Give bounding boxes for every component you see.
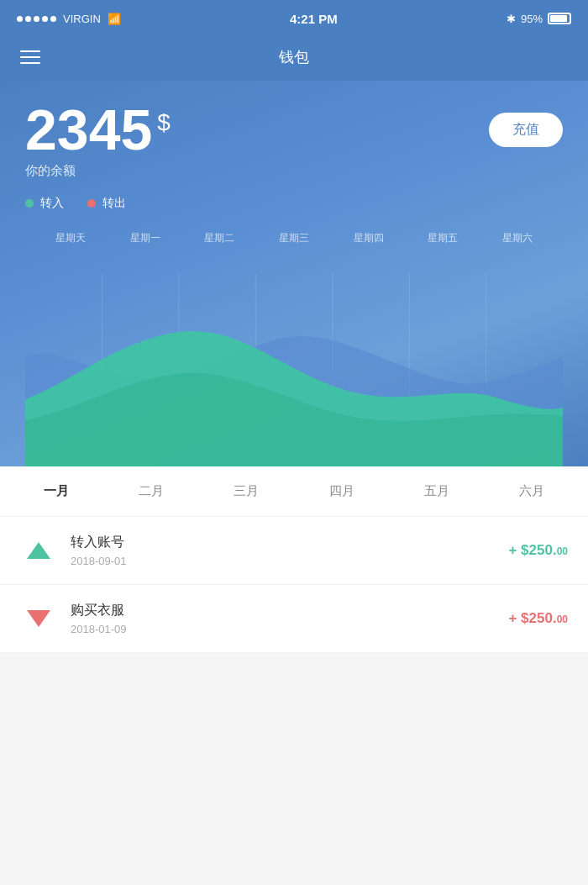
tx-down-arrow-icon (27, 610, 50, 627)
battery-bar (548, 13, 571, 24)
tx-amount-1: + $250.00 (508, 610, 568, 627)
signal-dots (17, 16, 56, 22)
tx-amount-0: + $250.00 (508, 542, 568, 559)
wifi-icon: 📶 (108, 13, 121, 25)
legend-out: 转出 (87, 196, 126, 211)
status-left: VIRGIN 📶 (17, 13, 121, 25)
tx-date-1: 2018-01-09 (71, 623, 508, 635)
chart-day-4: 星期四 (354, 231, 384, 245)
transaction-item-1[interactable]: 购买衣服 2018-01-09 + $250.00 (0, 585, 588, 653)
tx-icon-in (20, 532, 57, 569)
balance-row: 2345 $ 充值 (25, 101, 563, 158)
tx-info-1: 购买衣服 2018-01-09 (71, 602, 508, 635)
app-header: 钱包 (0, 37, 588, 81)
hero-section: 2345 $ 充值 你的余额 转入 转出 星期天 星期一 星期二 星期三 星期四… (0, 81, 588, 466)
transaction-item-0[interactable]: 转入账号 2018-09-01 + $250.00 (0, 517, 588, 585)
month-tab-3[interactable]: 四月 (321, 480, 363, 503)
chart-svg-wrap (25, 273, 563, 466)
legend-in: 转入 (25, 196, 64, 211)
month-tab-4[interactable]: 五月 (416, 480, 458, 503)
tx-icon-out (20, 600, 57, 637)
chart-svg (25, 273, 563, 466)
menu-line-1 (20, 50, 40, 52)
chart-days: 星期天 星期一 星期二 星期三 星期四 星期五 星期六 (25, 231, 563, 245)
chart-day-2: 星期二 (204, 231, 234, 245)
tx-title-1: 购买衣服 (71, 602, 508, 619)
bluetooth-icon: ✱ (507, 13, 516, 25)
month-tab-0[interactable]: 一月 (35, 480, 77, 503)
recharge-button[interactable]: 充值 (489, 113, 563, 147)
chart-day-6: 星期六 (502, 231, 533, 245)
menu-line-2 (20, 56, 40, 58)
tx-amount-main-1: + $250. (508, 610, 556, 626)
tx-amount-cents-0: 00 (557, 545, 568, 557)
tx-info-0: 转入账号 2018-09-01 (71, 534, 508, 567)
legend-in-label: 转入 (40, 196, 64, 211)
tx-up-arrow-icon (27, 542, 50, 559)
month-tab-1[interactable]: 二月 (130, 480, 172, 503)
chart-day-5: 星期五 (428, 231, 458, 245)
month-tab-5[interactable]: 六月 (511, 480, 553, 503)
signal-dot-5 (50, 16, 56, 22)
balance-currency: $ (157, 109, 171, 136)
menu-line-3 (20, 62, 40, 64)
chart-day-3: 星期三 (279, 231, 309, 245)
battery-fill (550, 15, 567, 22)
legend-out-dot (87, 199, 96, 208)
legend-in-dot (25, 199, 34, 208)
status-time: 4:21 PM (290, 12, 338, 26)
tx-amount-cents-1: 00 (557, 614, 568, 625)
menu-button[interactable] (20, 50, 40, 64)
tx-date-0: 2018-09-01 (71, 555, 508, 567)
balance-label: 你的余额 (25, 163, 563, 179)
month-tabs: 一月 二月 三月 四月 五月 六月 (0, 466, 588, 517)
signal-dot-4 (42, 16, 48, 22)
tx-title-0: 转入账号 (71, 534, 508, 551)
battery-percent: 95% (521, 13, 543, 25)
chart-day-0: 星期天 (55, 231, 86, 245)
balance-number: 2345 (25, 101, 152, 158)
chart-legend: 转入 转出 (25, 196, 563, 211)
tx-amount-main-0: + $250. (508, 542, 556, 558)
page-title: 钱包 (279, 47, 309, 67)
signal-dot-1 (17, 16, 23, 22)
signal-dot-2 (25, 16, 31, 22)
status-right: ✱ 95% (507, 13, 571, 25)
month-tab-2[interactable]: 三月 (225, 480, 267, 503)
carrier-label: VIRGIN (63, 13, 101, 25)
transactions-list: 转入账号 2018-09-01 + $250.00 购买衣服 2018-01-0… (0, 517, 588, 653)
status-bar: VIRGIN 📶 4:21 PM ✱ 95% (0, 0, 588, 37)
legend-out-label: 转出 (102, 196, 126, 211)
signal-dot-3 (34, 16, 39, 22)
chart-container: 星期天 星期一 星期二 星期三 星期四 星期五 星期六 (25, 231, 563, 466)
balance-amount: 2345 $ (25, 101, 171, 158)
chart-day-1: 星期一 (130, 231, 160, 245)
